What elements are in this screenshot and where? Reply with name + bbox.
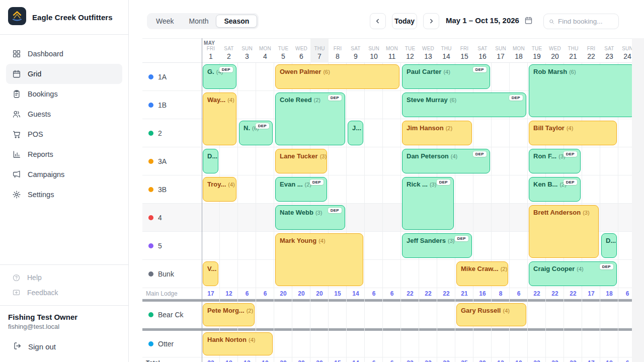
unit-name: Bunk: [158, 270, 174, 278]
scrollbar-gutter[interactable]: [632, 38, 644, 362]
today-button[interactable]: Today: [392, 13, 417, 29]
sidebar-item-guests[interactable]: Guests: [6, 104, 122, 124]
booking-block[interactable]: Mark Young(4): [275, 233, 363, 286]
sidebar-item-label: Campaigns: [28, 170, 64, 178]
booking-guest-name: Cole Reed: [280, 96, 312, 104]
booking-block[interactable]: Lane Tucker(3): [275, 149, 327, 173]
day-header-wed-20: WED20: [546, 39, 564, 63]
booking-guest-count: (4): [227, 97, 234, 103]
sidebar-item-pos[interactable]: POS: [6, 124, 122, 144]
sidebar-item-feedback[interactable]: Feedback: [6, 285, 122, 300]
booking-guest-name: Owen Palmer: [280, 68, 321, 75]
booking-block[interactable]: Steve Murray(6)DEP: [402, 93, 526, 117]
booking-guest-name: Jeff Sanders: [407, 237, 446, 244]
gear-icon: [12, 190, 21, 199]
sidebar-item-label: Guests: [28, 110, 51, 118]
prev-button[interactable]: [370, 13, 386, 29]
booking-block[interactable]: D...: [601, 233, 617, 258]
day-header-sat-23: SAT23: [600, 39, 618, 63]
day-header-tue-5: TUE5: [274, 39, 292, 63]
booking-block[interactable]: Gary Russell(4): [456, 303, 526, 326]
day-header-tue-19: TUE19: [528, 39, 546, 63]
next-button[interactable]: [423, 13, 439, 29]
booking-guest-count: (2): [446, 125, 452, 131]
sidebar-item-reports[interactable]: Reports: [6, 144, 122, 164]
view-option-month[interactable]: Month: [182, 15, 216, 28]
unit-label: 1A: [148, 73, 167, 81]
sidebar-item-label: Help: [27, 274, 42, 282]
booking-block[interactable]: Craig Cooper(4)DEP: [529, 261, 617, 286]
sidebar-item-label: Bookings: [28, 90, 58, 98]
booking-block[interactable]: Mike Craw...(2): [456, 261, 508, 286]
booking-block[interactable]: Jim Hanson(2): [402, 121, 472, 145]
booking-guest-name: V...: [207, 265, 216, 273]
booking-guest-name: J...: [352, 124, 361, 132]
booking-block[interactable]: Cole Reed(2)DEP: [275, 93, 345, 145]
help-icon: [12, 274, 21, 282]
booking-guest-count: (4): [567, 125, 573, 131]
booking-block[interactable]: Hank Norton(4): [203, 332, 273, 355]
booking-guest-name: Lane Tucker: [280, 152, 318, 160]
unit-color-dot: [148, 312, 153, 317]
sidebar-item-label: Settings: [28, 191, 54, 199]
booking-guest-count: (2): [314, 97, 320, 103]
booking-block[interactable]: Nate Webb(3)DEP: [275, 205, 345, 230]
lodge-totals-label: Main Lodge: [146, 290, 178, 297]
sidebar-item-bookings[interactable]: Bookings: [6, 84, 122, 104]
toolbar: WeekMonthSeason Today May 1 – Oct 15, 20…: [129, 0, 644, 38]
booking-block[interactable]: Troy...(4): [203, 177, 236, 202]
booking-block[interactable]: Ken B...(2)DEP: [529, 177, 581, 202]
booking-block[interactable]: Pete Morg...(2): [203, 303, 255, 326]
booking-block[interactable]: D...: [203, 149, 218, 173]
booking-block[interactable]: Way...(4): [203, 93, 236, 145]
sidebar-item-grid[interactable]: Grid: [6, 64, 122, 84]
view-option-week[interactable]: Week: [148, 15, 182, 28]
booking-block[interactable]: G.(4)DEP: [203, 64, 236, 89]
booking-guest-name: N.: [244, 124, 250, 132]
booking-block[interactable]: V...: [203, 261, 218, 286]
sidebar-item-help[interactable]: Help: [6, 270, 122, 285]
booking-block[interactable]: Evan ...(2)DEP: [275, 177, 327, 202]
day-header-sun-3: SUN3: [238, 39, 256, 63]
booking-block[interactable]: Ron F...(3)DEP: [529, 149, 581, 173]
booking-block[interactable]: Owen Palmer(6): [275, 64, 399, 89]
booking-guest-count: (3): [448, 238, 454, 244]
booking-guest-name: Rob Marsh: [533, 68, 567, 75]
booking-block[interactable]: Rick ...(3)DEP: [402, 177, 454, 230]
booking-guest-count: (6): [323, 69, 330, 75]
date-range[interactable]: May 1 – Oct 15, 2026: [446, 16, 533, 25]
day-header-fri-22: FRI22: [582, 39, 600, 63]
signout-button[interactable]: Sign out: [0, 335, 128, 362]
booking-block[interactable]: Dan Peterson(4)DEP: [402, 149, 490, 173]
booking-block[interactable]: Paul Carter(4)DEP: [402, 64, 490, 89]
brand-logo-icon: [8, 7, 26, 27]
sidebar-item-dashboard[interactable]: Dashboard: [6, 44, 122, 64]
booking-guest-name: Ron F...: [533, 152, 556, 160]
booking-block[interactable]: Bill Taylor(4): [529, 121, 617, 145]
booking-block[interactable]: Brett Anderson(3): [529, 205, 599, 258]
day-header-thu-14: THU14: [437, 39, 455, 63]
booking-guest-count: (6): [450, 97, 456, 103]
user-email: fishing@test.local: [8, 323, 120, 330]
booking-guest-name: Way...: [207, 96, 225, 104]
booking-guest-name: Jim Hanson: [407, 124, 444, 132]
unit-label: 3A: [148, 157, 167, 165]
unit-color-dot: [148, 272, 153, 277]
departure-badge: DEP: [328, 95, 342, 101]
users-icon: [12, 110, 21, 119]
booking-block[interactable]: Rob Marsh(6): [529, 64, 632, 117]
booking-block[interactable]: J...: [348, 121, 363, 145]
unit-color-dot: [148, 103, 153, 108]
sidebar-item-settings[interactable]: Settings: [6, 185, 122, 205]
booking-block[interactable]: N.(6)DEP: [239, 121, 273, 145]
booking-guest-name: Mark Young: [280, 237, 316, 244]
unit-name: Bear Ck: [158, 311, 184, 319]
unit-label: 3B: [148, 186, 167, 194]
search-input[interactable]: [558, 18, 613, 25]
booking-guest-count: (4): [249, 337, 255, 343]
view-option-season[interactable]: Season: [216, 15, 257, 28]
day-header-tue-12: TUE12: [401, 39, 419, 63]
sidebar-item-campaigns[interactable]: Campaigns: [6, 164, 122, 185]
booking-block[interactable]: Jeff Sanders(3)DEP: [402, 233, 472, 258]
sidebar-item-label: Feedback: [27, 289, 58, 297]
